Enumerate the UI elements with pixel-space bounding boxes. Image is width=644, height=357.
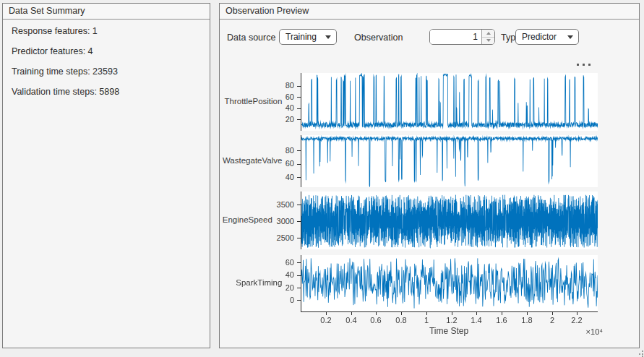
y-tick-label: 3000 [277,217,294,225]
observation-preview-panel: Observation Preview Data source Training… [219,3,640,348]
observation-preview-title: Observation Preview [220,4,639,20]
y-tick-label: 3500 [277,200,294,209]
chart-canvas-SparkTiming [301,255,598,311]
y-tick-label: 80 [285,146,294,155]
diagonal-resize-grip-icon[interactable] [637,350,643,357]
y-tick-label: 20 [285,283,294,292]
y-tick-mark [297,221,301,222]
x-tick-mark [452,312,452,315]
x-tick-mark [552,312,553,315]
x-tick-mark [527,312,528,315]
y-tick-mark [297,177,301,178]
dataset-summary-title: Data Set Summary [3,4,210,20]
x-tick-mark [476,312,477,315]
observation-decrement-button[interactable] [482,38,494,45]
y-tick-label: 40 [285,173,294,181]
signal-label-SparkTiming: SparkTiming [236,278,282,287]
training-steps-text: Training time steps: 23593 [12,66,118,77]
subplot-SparkTiming [301,255,598,312]
y-tick-mark [297,119,301,120]
chart-canvas-ThrottlePosition [301,73,598,131]
y-tick-mark [297,300,301,301]
observation-stepper [429,29,495,45]
x-tick-label: 0.6 [361,316,390,324]
x-tick-label: 0.8 [387,316,416,324]
subplot-ThrottlePosition [301,73,598,131]
data-source-dropdown-value: Training [285,32,317,42]
triangle-down-icon [567,35,573,39]
x-axis-exponent-label: ×10⁴ [559,327,603,336]
type-dropdown[interactable]: Predictor [515,29,579,45]
validation-steps-text: Validation time steps: 5898 [12,87,119,97]
y-tick-label: 80 [285,81,294,90]
x-tick-mark [577,312,578,315]
triangle-up-icon [486,32,491,35]
data-source-dropdown[interactable]: Training [279,29,337,45]
triangle-down-icon [486,39,491,42]
predictor-features-text: Predictor features: 4 [12,46,93,56]
x-axis-title: Time Step [301,326,597,336]
subplot-EngineSpeed [301,192,598,249]
y-tick-mark [297,164,301,165]
y-tick-mark [297,86,301,87]
x-tick-label: 0.2 [312,316,340,324]
y-tick-label: 0 [290,296,294,304]
y-tick-mark [297,108,301,109]
x-tick-label: 2.2 [562,316,591,324]
y-tick-label: 60 [285,258,294,267]
y-tick-label: 60 [285,93,294,101]
y-tick-label: 60 [285,159,294,168]
y-tick-mark [297,150,301,151]
x-tick-label: 1.8 [512,316,541,324]
y-tick-mark [297,238,301,238]
y-tick-mark [297,97,301,98]
x-tick-label: 1 [412,316,441,324]
x-tick-label: 1.4 [462,316,491,324]
y-tick-mark [297,262,301,263]
y-tick-label: 20 [285,115,294,124]
observation-input[interactable] [430,30,481,44]
dataset-summary-panel: Data Set Summary Response features: 1 Pr… [2,3,210,348]
type-dropdown-value: Predictor [522,32,557,42]
app-stage: Data Set Summary Response features: 1 Pr… [0,0,644,357]
x-tick-mark [326,312,327,315]
up-down-stepper-icon [481,30,494,44]
x-tick-mark [426,312,427,315]
response-features-text: Response features: 1 [12,26,98,36]
y-tick-mark [297,205,301,205]
y-tick-label: 40 [285,103,294,112]
y-tick-mark [297,275,301,276]
x-tick-label: 1.6 [487,316,516,324]
signal-label-EngineSpeed: EngineSpeed [223,215,272,224]
chart-canvas-WastegateValve [301,135,598,187]
triangle-down-icon [325,35,331,39]
signal-label-ThrottlePosition: ThrottlePosition [225,97,283,106]
y-tick-label: 2500 [277,233,294,242]
x-tick-mark [351,312,352,315]
chart-canvas-EngineSpeed [301,192,598,249]
data-source-label: Data source [227,33,275,43]
x-tick-mark [401,312,402,315]
signal-label-WastegateValve: WastegateValve [223,156,282,165]
x-tick-mark [502,312,502,315]
x-tick-mark [376,312,377,315]
subplot-WastegateValve [301,135,598,187]
observation-increment-button[interactable] [482,30,494,38]
observation-label: Observation [354,33,403,43]
ellipsis-more-options-icon[interactable] [575,61,594,68]
y-tick-label: 40 [285,270,294,279]
y-tick-mark [297,288,301,288]
